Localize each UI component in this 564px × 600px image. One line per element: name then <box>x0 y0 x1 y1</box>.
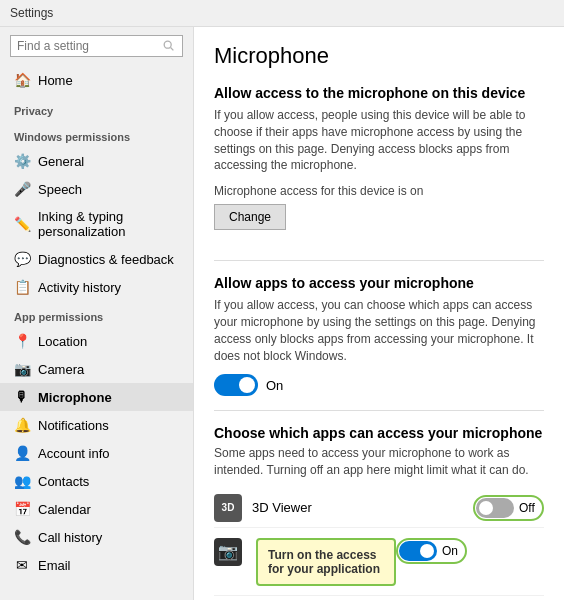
sidebar-section-windows: Windows permissions <box>0 121 193 147</box>
camera-icon: 📷 <box>14 361 30 377</box>
sidebar-item-label: Email <box>38 558 71 573</box>
sidebar-item-speech[interactable]: 🎤 Speech <box>0 175 193 203</box>
calendar-icon: 📅 <box>14 501 30 517</box>
title-bar: Settings <box>0 0 564 27</box>
microphone-icon: 🎙 <box>14 389 30 405</box>
change-button[interactable]: Change <box>214 204 286 230</box>
app-toggle-3dviewer-container: Off <box>473 495 544 521</box>
inking-icon: ✏️ <box>14 216 30 232</box>
sidebar: 🏠 Home Privacy Windows permissions ⚙️ Ge… <box>0 27 194 600</box>
sidebar-item-home[interactable]: 🏠 Home <box>0 65 193 95</box>
search-input[interactable] <box>17 39 162 53</box>
sidebar-item-label: Calendar <box>38 502 91 517</box>
app-toggle-highlighted-container: On <box>396 538 467 564</box>
divider-1 <box>214 260 544 261</box>
sidebar-section-apppermissions: App permissions <box>0 301 193 327</box>
toggle-label-highlighted: On <box>442 544 464 558</box>
device-status-label: Microphone access for this device is on <box>214 184 544 198</box>
choose-apps-title: Choose which apps can access your microp… <box>214 425 544 441</box>
email-icon: ✉ <box>14 557 30 573</box>
app-toggle-highlighted[interactable]: On <box>399 541 464 561</box>
sidebar-item-label: Call history <box>38 530 102 545</box>
main-layout: 🏠 Home Privacy Windows permissions ⚙️ Ge… <box>0 27 564 600</box>
sidebar-home-label: Home <box>38 73 73 88</box>
speech-icon: 🎤 <box>14 181 30 197</box>
mini-toggle[interactable] <box>399 541 437 561</box>
notifications-icon: 🔔 <box>14 417 30 433</box>
allow-apps-toggle[interactable] <box>214 374 258 396</box>
allow-apps-desc: If you allow access, you can choose whic… <box>214 297 544 364</box>
sidebar-item-label: Inking & typing personalization <box>38 209 179 239</box>
accountinfo-icon: 👤 <box>14 445 30 461</box>
sidebar-item-location[interactable]: 📍 Location <box>0 327 193 355</box>
sidebar-item-notifications[interactable]: 🔔 Notifications <box>0 411 193 439</box>
svg-line-1 <box>171 48 174 51</box>
toggle-label-3dviewer: Off <box>519 501 541 515</box>
search-container[interactable] <box>10 35 183 57</box>
highlight-callout: Turn on the access for your application <box>256 538 396 586</box>
app-icon-3dviewer: 3D <box>214 494 242 522</box>
allow-apps-title: Allow apps to access your microphone <box>214 275 544 291</box>
sidebar-item-diagnostics[interactable]: 💬 Diagnostics & feedback <box>0 245 193 273</box>
sidebar-item-microphone[interactable]: 🎙 Microphone <box>0 383 193 411</box>
app-item-highlighted: 📷 Turn on the access for your applicatio… <box>214 528 544 596</box>
sidebar-item-callhistory[interactable]: 📞 Call history <box>0 523 193 551</box>
sidebar-item-calendar[interactable]: 📅 Calendar <box>0 495 193 523</box>
home-icon: 🏠 <box>14 72 30 88</box>
allow-apps-toggle-label: On <box>266 378 283 393</box>
page-title: Microphone <box>214 43 544 69</box>
allow-access-desc: If you allow access, people using this d… <box>214 107 544 174</box>
allow-access-title: Allow access to the microphone on this d… <box>214 85 544 101</box>
sidebar-item-accountinfo[interactable]: 👤 Account info <box>0 439 193 467</box>
sidebar-item-label: Microphone <box>38 390 112 405</box>
divider-2 <box>214 410 544 411</box>
svg-point-0 <box>164 41 171 48</box>
content-area: Microphone Allow access to the microphon… <box>194 27 564 600</box>
search-icon <box>162 39 176 53</box>
sidebar-item-activity[interactable]: 📋 Activity history <box>0 273 193 301</box>
sidebar-item-label: Speech <box>38 182 82 197</box>
sidebar-item-label: Activity history <box>38 280 121 295</box>
diagnostics-icon: 💬 <box>14 251 30 267</box>
mini-thumb <box>479 501 493 515</box>
sidebar-item-contacts[interactable]: 👥 Contacts <box>0 467 193 495</box>
activity-icon: 📋 <box>14 279 30 295</box>
sidebar-item-label: Account info <box>38 446 110 461</box>
sidebar-item-inking[interactable]: ✏️ Inking & typing personalization <box>0 203 193 245</box>
sidebar-item-label: Location <box>38 334 87 349</box>
sidebar-section-privacy: Privacy <box>0 95 193 121</box>
sidebar-item-camera[interactable]: 📷 Camera <box>0 355 193 383</box>
sidebar-item-label: Diagnostics & feedback <box>38 252 174 267</box>
app-name-3dviewer: 3D Viewer <box>252 500 473 515</box>
callhistory-icon: 📞 <box>14 529 30 545</box>
app-toggle-3dviewer[interactable]: Off <box>476 498 541 518</box>
location-icon: 📍 <box>14 333 30 349</box>
contacts-icon: 👥 <box>14 473 30 489</box>
mini-thumb <box>420 544 434 558</box>
allow-apps-toggle-container: On <box>214 374 544 396</box>
general-icon: ⚙️ <box>14 153 30 169</box>
app-item-3dviewer: 3D 3D Viewer Off <box>214 489 544 528</box>
sidebar-item-email[interactable]: ✉ Email <box>0 551 193 579</box>
sidebar-item-label: Contacts <box>38 474 89 489</box>
title-bar-label: Settings <box>10 6 53 20</box>
mini-toggle[interactable] <box>476 498 514 518</box>
app-icon-highlighted: 📷 <box>214 538 242 566</box>
sidebar-item-general[interactable]: ⚙️ General <box>0 147 193 175</box>
app-item-cortana: ○ Cortana On <box>214 596 544 600</box>
sidebar-item-label: Camera <box>38 362 84 377</box>
sidebar-item-label: General <box>38 154 84 169</box>
sidebar-item-label: Notifications <box>38 418 109 433</box>
choose-apps-desc: Some apps need to access your microphone… <box>214 445 544 479</box>
